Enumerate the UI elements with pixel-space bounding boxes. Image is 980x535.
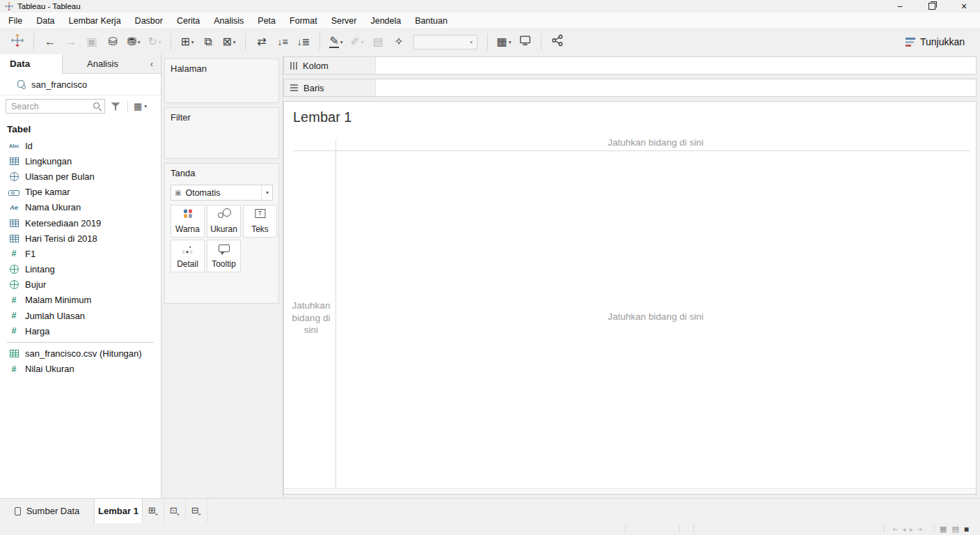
field-row[interactable]: Nilai Ukuran xyxy=(0,362,161,377)
share-button[interactable] xyxy=(547,32,568,52)
number-icon xyxy=(7,311,21,320)
mark-property-button[interactable]: Warna xyxy=(171,205,205,238)
close-button[interactable]: × xyxy=(948,0,980,13)
mark-property-button[interactable]: Detail xyxy=(171,240,205,272)
pages-card[interactable]: Halaman xyxy=(164,59,279,103)
save-button[interactable]: ▣ xyxy=(81,32,102,52)
field-row[interactable]: Jumlah Ulasan xyxy=(0,308,161,323)
filter-fields-button[interactable] xyxy=(108,99,123,114)
field-row[interactable]: Lingkungan xyxy=(0,153,161,169)
fit-selector[interactable]: ▾ xyxy=(413,35,477,49)
menu-item[interactable]: Bantuan xyxy=(408,13,455,29)
next-mark-icon: ▸ xyxy=(910,526,913,533)
menu-item[interactable]: Format xyxy=(283,13,324,29)
view-mode-button[interactable]: ▤ xyxy=(951,525,958,534)
tab-sheet-1[interactable]: Lembar 1 xyxy=(94,499,143,523)
drop-zone-center[interactable]: Jatuhkan bidang di sini xyxy=(335,311,976,322)
mark-nav-button[interactable]: ⇤ xyxy=(893,526,899,533)
field-row[interactable]: F1 xyxy=(0,246,161,261)
restore-button[interactable] xyxy=(916,0,948,13)
table-icon xyxy=(7,233,21,243)
menu-item[interactable]: Data xyxy=(29,13,61,29)
mark-property-button[interactable]: Teks xyxy=(243,205,277,238)
swap-rows-columns-button[interactable]: ⇄ xyxy=(251,32,272,52)
run-update-button[interactable]: ↻▾ xyxy=(144,32,165,52)
menu-item[interactable]: Cerita xyxy=(170,13,207,29)
mark-property-button[interactable]: Tooltip xyxy=(207,240,241,272)
horizontal-scrollbar[interactable] xyxy=(284,488,976,494)
field-row[interactable]: Ketersediaan 2019 xyxy=(0,215,161,231)
field-row[interactable]: Nama Ukuran xyxy=(0,200,161,215)
last-mark-icon: ⇥ xyxy=(917,526,923,533)
field-row[interactable]: Ulasan per Bulan xyxy=(0,169,161,184)
field-row[interactable]: Id xyxy=(0,138,161,153)
field-row[interactable]: Lintang xyxy=(0,262,161,277)
show-hide-cards-button[interactable]: ▦▾ xyxy=(493,32,514,52)
new-sheet-button[interactable]: ⊟ xyxy=(186,499,207,523)
fix-axes-button[interactable]: ✧ xyxy=(388,32,409,52)
menu-item[interactable]: Server xyxy=(324,13,364,29)
mark-nav-button[interactable]: ◂ xyxy=(903,526,906,533)
tab-data[interactable]: Data xyxy=(0,54,63,74)
new-worksheet-button[interactable]: ⊞▾ xyxy=(177,32,198,52)
menu-item[interactable]: Jendela xyxy=(363,13,408,29)
window-title: Tableau - Tableau xyxy=(17,2,81,10)
new-data-source-button[interactable]: ⛁ xyxy=(102,32,123,52)
new-sheet-button[interactable]: ⊞ xyxy=(143,499,164,523)
show-me-button[interactable]: Tunjukkan xyxy=(906,36,965,47)
table-icon xyxy=(7,218,21,228)
worksheet-canvas[interactable]: Lembar 1 Jatuhkan bidang di sini Jatuhka… xyxy=(283,101,977,495)
mark-nav-button[interactable]: ⇥ xyxy=(917,526,923,533)
sort-ascending-button[interactable]: ↓≡ xyxy=(272,32,293,52)
field-row[interactable]: Bujur xyxy=(0,277,161,293)
field-row[interactable]: Harga xyxy=(0,323,161,339)
field-row[interactable]: Malam Minimum xyxy=(0,293,161,308)
undo-button[interactable]: ← xyxy=(40,32,61,52)
minimize-button[interactable]: – xyxy=(884,0,916,13)
grid-icon: ▦ xyxy=(134,101,142,111)
search-input[interactable] xyxy=(6,99,105,114)
rows-drop-area[interactable] xyxy=(376,79,976,96)
columns-shelf[interactable]: Kolom xyxy=(283,56,977,75)
mark-nav-button[interactable]: ▸ xyxy=(910,526,913,533)
pages-card-title: Halaman xyxy=(171,63,207,74)
collapse-pane-button[interactable]: ‹ xyxy=(143,54,161,73)
field-row[interactable]: Tipe kamar xyxy=(0,185,161,200)
color-icon xyxy=(171,206,204,224)
view-mode-button[interactable]: ■ xyxy=(964,525,969,534)
toolbar: ← → ▣ ⛁ ⛃▾ ↻▾ ⊞▾ ⧉ ⊠▾ ⇄ ↓≡ ↓≣ ✎▾ ✐▾ ▤ ✧ … xyxy=(0,29,980,54)
columns-drop-area[interactable] xyxy=(376,57,976,74)
highlight-button[interactable]: ✎▾ xyxy=(326,32,347,52)
filters-card[interactable]: Filter xyxy=(164,107,279,159)
redo-button[interactable]: → xyxy=(61,32,81,52)
datasource-item[interactable]: san_francisco xyxy=(0,74,161,95)
mark-property-button[interactable]: Ukuran xyxy=(207,205,241,238)
number-icon xyxy=(7,364,21,374)
presentation-mode-button[interactable] xyxy=(514,32,535,52)
menu-item[interactable]: Peta xyxy=(251,13,283,29)
menu-item[interactable]: Analisis xyxy=(207,13,251,29)
view-data-grid-button[interactable]: ▦ ▾ xyxy=(132,101,148,111)
show-mark-labels-button[interactable]: ▤ xyxy=(368,32,388,52)
clear-sheet-button[interactable]: ⊠▾ xyxy=(219,32,239,52)
drop-zone-rows[interactable]: Jatuhkan bidang di sini xyxy=(289,300,333,336)
sort-descending-button[interactable]: ↓≣ xyxy=(293,32,314,52)
menu-bar: FileDataLembar KerjaDasborCeritaAnalisis… xyxy=(0,13,980,29)
new-sheet-button[interactable]: ⊡ xyxy=(164,499,186,523)
group-members-button[interactable]: ✐▾ xyxy=(347,32,368,52)
tableau-logo-icon xyxy=(5,2,13,10)
field-row[interactable]: san_francisco.csv (Hitungan) xyxy=(7,342,154,361)
rows-shelf[interactable]: Baris xyxy=(283,79,977,97)
menu-item[interactable]: File xyxy=(1,13,29,29)
drop-zone-columns[interactable]: Jatuhkan bidang di sini xyxy=(335,137,976,148)
duplicate-sheet-button[interactable]: ⧉ xyxy=(198,32,219,52)
menu-item[interactable]: Dasbor xyxy=(128,13,170,29)
tableau-home-button[interactable] xyxy=(7,32,28,52)
pause-auto-updates-button[interactable]: ⛃▾ xyxy=(123,32,144,52)
tab-data-source[interactable]: Sumber Data xyxy=(0,499,94,523)
tab-analytics[interactable]: Analisis xyxy=(63,54,143,73)
menu-item[interactable]: Lembar Kerja xyxy=(62,13,128,29)
field-row[interactable]: Hari Terisi di 2018 xyxy=(0,231,161,246)
mark-type-dropdown[interactable]: ▣ Otomatis ▾ xyxy=(171,185,273,201)
view-mode-button[interactable]: ▦ xyxy=(940,525,947,534)
